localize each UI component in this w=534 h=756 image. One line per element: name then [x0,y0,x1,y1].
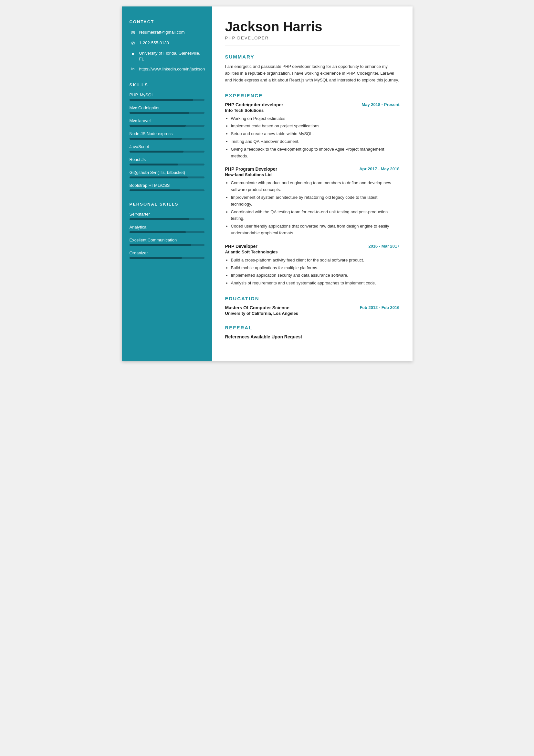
referal-section: REFERAL References Available Upon Reques… [225,325,400,339]
education-title: EDUCATION [225,296,400,301]
contact-section: CONTACT ✉ resumekraft@gmail.com ✆ 1-202-… [130,19,205,72]
skill-bar-fill [130,189,181,191]
sidebar: CONTACT ✉ resumekraft@gmail.com ✆ 1-202-… [122,7,212,361]
skill-bar-bg [130,112,205,114]
personal-skill-item: Excellent Communication [130,237,205,246]
exp-bullet: Setup and create a new table within MySQ… [231,131,400,137]
skill-item: React Js [130,157,205,166]
exp-bullets: Build a cross-platform activity feed cli… [225,257,400,287]
skill-bar-fill [130,176,188,178]
personal-skill-bar-bg [130,231,205,233]
referal-title: REFERAL [225,325,400,330]
skill-item: Git(github) Svn(Tfs, bitbucket) [130,170,205,178]
education-section: EDUCATION Masters Of Computer Science Un… [225,296,400,316]
location-icon: ● [130,51,137,57]
exp-company: Atlantic Soft Technologies [225,250,400,255]
personal-skill-bar-bg [130,257,205,259]
exp-job-title: PHP Developer [225,244,258,249]
skill-item: Bootstrap HTML/CSS [130,183,205,191]
exp-header: PHP Codeigniter developer May 2018 - Pre… [225,102,400,107]
skill-item: Node JS,Node express [130,131,205,140]
summary-title: SUMMARY [225,54,400,60]
exp-bullet: Communicate with product and engineering… [231,180,400,193]
personal-skills-list: Self-starter Analytical Excellent Commun… [130,212,205,259]
skill-name: React Js [130,157,205,162]
exp-job-title: PHP Program Developer [225,167,277,172]
exp-header: PHP Developer 2016 - Mar 2017 [225,244,400,249]
personal-skills-section: PERSONAL SKILLS Self-starter Analytical … [130,202,205,259]
skill-item: Mvc Codeigniter [130,105,205,114]
exp-bullet: Analysis of requirements and used system… [231,280,400,287]
contact-email-item: ✉ resumekraft@gmail.com [130,29,205,36]
exp-bullet: Working on Project estimates [231,115,400,122]
contact-linkedin: https://www.linkedin.com/in/jackson [139,66,205,72]
edu-info: Masters Of Computer Science University o… [225,305,298,316]
skill-name: PHP, MySQL [130,93,205,97]
exp-header: PHP Program Developer Apr 2017 - May 201… [225,167,400,172]
skill-name: Mvc Codeigniter [130,105,205,110]
exp-bullet: Implement code based on project specific… [231,123,400,130]
skill-bar-fill [130,99,193,101]
personal-skill-bar-fill [130,257,182,259]
experience-section: EXPERIENCE PHP Codeigniter developer May… [225,93,400,287]
skill-bar-bg [130,99,205,101]
exp-bullet: Build a cross-platform activity feed cli… [231,257,400,264]
contact-phone: 1-202-555-0130 [139,40,169,46]
exp-date: 2016 - Mar 2017 [368,244,399,249]
exp-bullets: Communicate with product and engineering… [225,180,400,236]
education-entry: Masters Of Computer Science University o… [225,305,400,316]
referal-text: References Available Upon Request [225,334,400,339]
exp-bullet: Coordinated with the QA testing team for… [231,209,400,222]
edu-date: Feb 2012 - Feb 2016 [360,305,400,310]
exp-job-title: PHP Codeigniter developer [225,102,283,107]
personal-skill-item: Organizer [130,251,205,259]
edu-school: University of California, Los Angeles [225,311,298,316]
skill-bar-fill [130,150,184,152]
contact-location-item: ● University of Florida, Gainesville, FL [130,50,205,62]
skill-name: Git(github) Svn(Tfs, bitbucket) [130,170,205,175]
main-header: Jackson Harris PHP DEVELOPER [225,19,400,46]
skill-bar-bg [130,176,205,178]
personal-skill-item: Self-starter [130,212,205,220]
exp-bullets: Working on Project estimatesImplement co… [225,115,400,160]
exp-company: Info Tech Solutions [225,108,400,113]
skill-bar-fill [130,112,190,114]
candidate-name: Jackson Harris [225,19,400,34]
exp-bullet: Giving a feedback to the development gro… [231,146,400,160]
personal-skill-bar-bg [130,218,205,220]
personal-skill-name: Analytical [130,225,205,230]
skill-bar-bg [130,189,205,191]
skill-bar-bg [130,138,205,140]
summary-text: I am energetic and passionate PHP develo… [225,63,400,83]
resume-container: CONTACT ✉ resumekraft@gmail.com ✆ 1-202-… [122,7,413,361]
phone-icon: ✆ [130,40,137,47]
skill-bar-fill [130,125,186,127]
personal-skill-name: Self-starter [130,212,205,217]
skill-item: JavaScript [130,144,205,152]
experience-list: PHP Codeigniter developer May 2018 - Pre… [225,102,400,287]
personal-skill-name: Organizer [130,251,205,255]
skill-item: Mvc laravel [130,118,205,127]
experience-entry: PHP Developer 2016 - Mar 2017 Atlantic S… [225,244,400,287]
skill-name: Node JS,Node express [130,131,205,136]
skills-section: SKILLS PHP, MySQL Mvc Codeigniter Mvc la… [130,82,205,191]
experience-entry: PHP Program Developer Apr 2017 - May 201… [225,167,400,236]
skill-item: PHP, MySQL [130,93,205,101]
skills-section-title: SKILLS [130,82,205,87]
personal-skills-section-title: PERSONAL SKILLS [130,202,205,206]
skill-name: JavaScript [130,144,205,149]
skill-name: Bootstrap HTML/CSS [130,183,205,188]
skill-bar-fill [130,164,178,166]
main-content: Jackson Harris PHP DEVELOPER SUMMARY I a… [212,7,413,361]
contact-location: University of Florida, Gainesville, FL [139,50,205,62]
skill-name: Mvc laravel [130,118,205,123]
personal-skill-bar-bg [130,244,205,246]
skill-bar-bg [130,164,205,166]
contact-phone-item: ✆ 1-202-555-0130 [130,40,205,47]
experience-entry: PHP Codeigniter developer May 2018 - Pre… [225,102,400,160]
exp-bullet: Implemented application security and dat… [231,272,400,279]
skill-bar-bg [130,125,205,127]
linkedin-icon: in [130,67,137,71]
exp-bullet: Improvement of system architecture by re… [231,194,400,208]
skills-list: PHP, MySQL Mvc Codeigniter Mvc laravel N… [130,93,205,191]
